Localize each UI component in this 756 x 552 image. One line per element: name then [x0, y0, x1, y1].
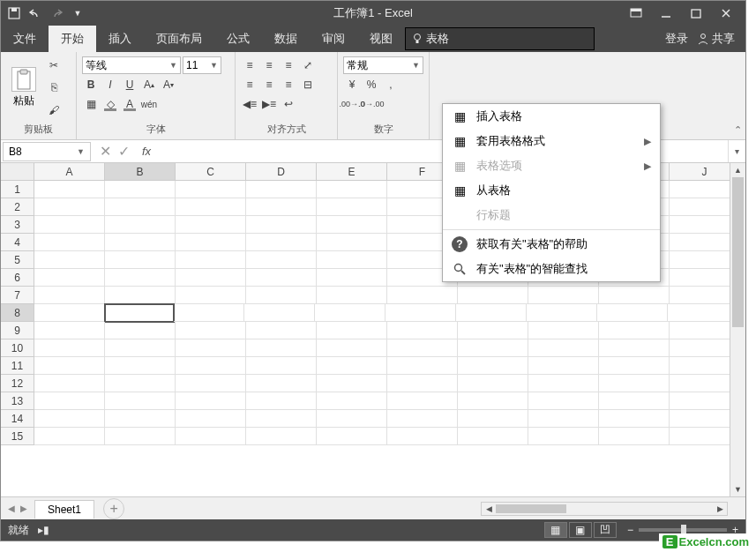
row-header[interactable]: 8	[1, 304, 34, 322]
cell[interactable]	[34, 287, 105, 304]
cell[interactable]	[176, 392, 246, 410]
decrease-indent-button[interactable]: ◀≡	[241, 95, 258, 113]
cell[interactable]	[387, 410, 458, 428]
align-top-button[interactable]: ≡	[241, 56, 258, 74]
copy-button[interactable]: ⎘	[45, 78, 63, 96]
align-center-button[interactable]: ≡	[260, 76, 278, 93]
align-bottom-button[interactable]: ≡	[280, 56, 297, 74]
page-break-view-button[interactable]: 凹	[594, 522, 617, 538]
currency-button[interactable]: ¥	[343, 76, 361, 93]
cell[interactable]	[317, 357, 387, 375]
cell[interactable]	[597, 304, 668, 322]
cell[interactable]	[458, 322, 528, 339]
vertical-scrollbar[interactable]: ▲ ▼	[730, 163, 745, 496]
cell[interactable]	[105, 181, 176, 198]
cell[interactable]	[176, 375, 246, 392]
col-header[interactable]: D	[246, 163, 317, 180]
cell[interactable]	[246, 357, 317, 375]
align-right-button[interactable]: ≡	[280, 76, 297, 93]
cell[interactable]	[317, 428, 387, 445]
name-box[interactable]: B8▼	[3, 142, 91, 161]
maximize-icon[interactable]	[689, 6, 703, 20]
scroll-right-icon[interactable]: ▶	[713, 503, 727, 515]
paste-button[interactable]: 粘贴	[4, 54, 43, 122]
cell[interactable]	[387, 428, 458, 445]
phonetic-button[interactable]: wén	[140, 95, 158, 113]
cell[interactable]	[34, 251, 105, 269]
cell[interactable]	[458, 392, 528, 410]
cell[interactable]	[599, 392, 670, 410]
tab-data[interactable]: 数据	[262, 26, 310, 52]
cell[interactable]	[458, 375, 528, 392]
font-color-button[interactable]: A	[121, 95, 138, 113]
cell[interactable]	[385, 304, 456, 322]
cell[interactable]	[176, 216, 246, 234]
close-icon[interactable]	[719, 6, 733, 20]
cell[interactable]	[599, 410, 670, 428]
cell[interactable]	[34, 428, 105, 445]
add-sheet-button[interactable]: +	[103, 498, 124, 519]
format-painter-button[interactable]: 🖌	[45, 101, 63, 119]
cell[interactable]	[599, 357, 670, 375]
cell[interactable]	[176, 198, 246, 216]
cell[interactable]	[387, 322, 458, 339]
cell[interactable]	[317, 339, 387, 357]
next-sheet-icon[interactable]: ▶	[20, 504, 27, 513]
cell[interactable]	[456, 304, 527, 322]
cell[interactable]	[458, 339, 528, 357]
cell[interactable]	[105, 375, 176, 392]
col-header[interactable]: B	[105, 163, 176, 180]
active-cell[interactable]	[104, 303, 175, 323]
number-format-combo[interactable]: 常规▼	[343, 56, 423, 74]
cell[interactable]	[528, 392, 599, 410]
merge-button[interactable]: ⊟	[299, 76, 317, 93]
cell[interactable]	[105, 287, 176, 304]
cell[interactable]	[105, 216, 176, 234]
cell[interactable]	[528, 410, 599, 428]
cell[interactable]	[317, 287, 387, 304]
row-header[interactable]: 4	[1, 234, 34, 251]
collapse-ribbon-icon[interactable]: ⌃	[734, 124, 742, 136]
italic-button[interactable]: I	[101, 76, 119, 93]
cell[interactable]	[246, 392, 317, 410]
align-left-button[interactable]: ≡	[241, 76, 258, 93]
scroll-left-icon[interactable]: ◀	[482, 503, 496, 515]
tab-home[interactable]: 开始	[49, 26, 96, 52]
minimize-icon[interactable]	[659, 6, 673, 20]
cell[interactable]	[246, 251, 317, 269]
zoom-out-button[interactable]: −	[627, 524, 633, 536]
cell[interactable]	[34, 181, 105, 198]
cell[interactable]	[246, 198, 317, 216]
row-header[interactable]: 15	[1, 428, 34, 445]
expand-formula-bar-icon[interactable]: ▾	[728, 140, 745, 162]
cell[interactable]	[246, 234, 317, 251]
ribbon-options-icon[interactable]	[629, 6, 643, 20]
shrink-font-button[interactable]: A▾	[160, 76, 177, 93]
wrap-text-button[interactable]: ↩	[280, 95, 297, 113]
cell[interactable]	[458, 410, 528, 428]
login-link[interactable]: 登录	[665, 31, 688, 47]
cell[interactable]	[315, 304, 385, 322]
cell[interactable]	[105, 234, 176, 251]
menu-from-table[interactable]: ▦ 从表格	[443, 178, 660, 203]
tab-page-layout[interactable]: 页面布局	[144, 26, 214, 52]
underline-button[interactable]: U	[121, 76, 138, 93]
cell[interactable]	[246, 375, 317, 392]
menu-insert-table[interactable]: ▦ 插入表格	[443, 104, 660, 129]
cell[interactable]	[317, 392, 387, 410]
cell[interactable]	[458, 428, 528, 445]
row-header[interactable]: 10	[1, 339, 34, 357]
cell[interactable]	[317, 198, 387, 216]
tell-me-input[interactable]	[423, 33, 588, 46]
cell[interactable]	[34, 234, 105, 251]
cell[interactable]	[34, 216, 105, 234]
cell[interactable]	[599, 339, 670, 357]
vscroll-thumb[interactable]	[732, 177, 744, 327]
cell[interactable]	[317, 216, 387, 234]
tell-me-box[interactable]	[405, 27, 595, 50]
cell[interactable]	[105, 322, 176, 339]
qat-dropdown-icon[interactable]: ▼	[70, 5, 86, 21]
bold-button[interactable]: B	[82, 76, 100, 93]
zoom-slider[interactable]	[639, 528, 727, 532]
cell[interactable]	[668, 304, 738, 322]
